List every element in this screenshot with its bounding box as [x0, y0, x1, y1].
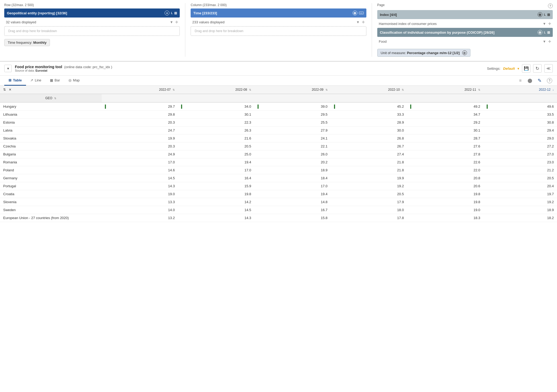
row-drag-drop: Drag and drop here for breakdown: [4, 26, 180, 36]
geo-cell: Portugal: [0, 182, 102, 190]
data-cell: 17.8: [331, 214, 407, 222]
data-cell: 19.2: [331, 182, 407, 190]
row-chip[interactable]: Geopolitical entity (reporting) [32/36] …: [4, 8, 180, 18]
index-plus-icon[interactable]: ⊕: [538, 12, 542, 17]
data-cell: 17.9: [331, 198, 407, 206]
geo-cell: Sweden: [0, 206, 102, 214]
time-col-placeholder: [80, 86, 102, 94]
index-move-icon[interactable]: ✛: [548, 22, 551, 26]
edit-icon[interactable]: ✎: [536, 77, 543, 84]
sort-updown-icon[interactable]: ⇅: [3, 88, 6, 92]
data-cell: 19.7: [483, 190, 557, 198]
coicop-grid-icon: ⊞: [547, 31, 550, 34]
toolbar-title: Food price monitoring tool (online data …: [15, 65, 112, 69]
toolbar-subtitle: Source of data: Eurostat: [15, 69, 112, 72]
data-cell: 18.0: [331, 206, 407, 214]
coicop-l-icon: L: [544, 31, 546, 34]
unit-measure-area: Unit of measure: Percentage change m/m-1…: [377, 46, 553, 57]
table-help-icon[interactable]: ?: [545, 77, 553, 84]
table-tab-label: Table: [13, 78, 22, 82]
col-chip[interactable]: Time [233/233] ⊕ —: [191, 8, 366, 18]
data-cell: 27.4: [331, 150, 407, 158]
coicop-chip-text: Classification of individual consumption…: [380, 31, 538, 34]
filter-icon[interactable]: ≡: [517, 77, 524, 84]
data-cell: 16.4: [178, 174, 254, 182]
toolbar-right: Settings: Default ▾ 💾 ↻ ≪: [487, 64, 553, 73]
data-cell: 15.9: [178, 182, 254, 190]
row-dropdown-icon[interactable]: ▼: [170, 20, 173, 24]
data-cell: 26.8: [331, 134, 407, 142]
data-cell: 18.9: [483, 206, 557, 214]
geo-cell: Slovenia: [0, 198, 102, 206]
col-move-icon[interactable]: ✛: [362, 20, 365, 24]
eraser-icon[interactable]: ⬤: [526, 77, 534, 84]
row-plus-icon[interactable]: +: [165, 11, 169, 15]
share-button[interactable]: ≪: [544, 64, 553, 73]
sort-clear-icon[interactable]: ✕: [9, 88, 11, 92]
col-label: Column (233/max. 2 000): [191, 3, 366, 7]
time-freq-area: Time frequency: Monthly: [4, 36, 180, 46]
blank-col-2: [178, 94, 254, 102]
row-value-icons: ▼ ✛: [170, 20, 178, 24]
index-dropdown-icon[interactable]: ▼: [543, 22, 546, 26]
sort-controls-cell: ⇅ ✕: [0, 86, 80, 94]
data-table-wrapper: ⇅ ✕ 2022-07 ⇅ 2022-08 ⇅ 2022-09 ⇅ 2022-1…: [0, 86, 557, 222]
table-row: Slovakia19.921.624.126.828.729.0: [0, 134, 557, 142]
data-cell: 29.0: [483, 134, 557, 142]
refresh-button[interactable]: ↻: [533, 64, 542, 73]
table-row: Sweden14.014.516.718.019.018.9: [0, 206, 557, 214]
col-2022-09[interactable]: 2022-09 ⇅: [254, 86, 331, 94]
col-chip-text: Time [233/233]: [193, 11, 352, 15]
blank-col-3: [254, 94, 331, 102]
index-values-row: Harmonised index of consumer prices ▼ ✛: [377, 21, 553, 27]
tab-map[interactable]: ◎ Map: [64, 76, 84, 86]
unit-measure-badge: Unit of measure: Percentage change m/m-1…: [377, 49, 470, 57]
col-filter-col: Column (233/max. 2 000) Time [233/233] ⊕…: [185, 3, 371, 57]
tab-bar[interactable]: ▦ Bar: [46, 76, 64, 86]
data-cell: 20.3: [102, 119, 178, 127]
table-row: Estonia20.322.325.528.929.230.8: [0, 119, 557, 127]
toolbar-code: (online data code: prc_fsc_idx ): [64, 65, 112, 69]
col-2022-11[interactable]: 2022-11 ⇅: [407, 86, 483, 94]
tab-table[interactable]: ⊞ Table: [4, 76, 26, 86]
data-cell: 39.0: [254, 102, 331, 111]
geo-header-cell[interactable]: GEO ⇅: [0, 94, 102, 102]
coicop-dropdown-icon[interactable]: ▼: [543, 40, 546, 43]
data-cell: 27.8: [407, 150, 483, 158]
col-minus-icon[interactable]: —: [359, 12, 364, 14]
coicop-plus-icon[interactable]: ⊕: [538, 30, 542, 35]
save-button[interactable]: 💾: [522, 64, 530, 73]
blank-col-1: [102, 94, 178, 102]
data-cell: 13.2: [102, 214, 178, 222]
data-cell: 28.9: [331, 119, 407, 127]
row-filter-col: Row (32/max. 2 500) Geopolitical entity …: [4, 3, 185, 57]
data-cell: 21.8: [331, 158, 407, 166]
collapse-button[interactable]: ▾: [4, 65, 12, 72]
col-2022-10[interactable]: 2022-10 ⇅: [331, 86, 407, 94]
bar-tab-label: Bar: [55, 78, 60, 82]
map-tab-label: Map: [73, 78, 80, 82]
row-move-icon[interactable]: ✛: [175, 20, 178, 24]
page-help-icon[interactable]: ?: [548, 3, 553, 8]
col-2022-08[interactable]: 2022-08 ⇅: [178, 86, 254, 94]
table-row: Czechia20.320.522.126.727.627.2: [0, 142, 557, 150]
settings-default[interactable]: Default: [503, 67, 515, 71]
tab-line[interactable]: ↗ Line: [26, 76, 46, 86]
toolbar-title-area: Food price monitoring tool (online data …: [15, 65, 112, 72]
data-cell: 23.0: [483, 158, 557, 166]
col-dropdown-icon[interactable]: ▼: [356, 20, 360, 24]
col-2022-07[interactable]: 2022-07 ⇅: [102, 86, 178, 94]
data-cell: 14.2: [178, 198, 254, 206]
unit-plus-icon[interactable]: ⊕: [462, 50, 467, 55]
col-2022-12[interactable]: 2022-12 ↓: [483, 86, 557, 94]
bar-tab-icon: ▦: [50, 78, 53, 82]
col-plus-icon[interactable]: ⊕: [353, 11, 357, 15]
data-cell: 22.0: [407, 166, 483, 174]
data-cell: 34.7: [407, 111, 483, 119]
index-chip-icons: ⊕ L ⊞: [538, 12, 550, 17]
data-cell: 13.3: [102, 198, 178, 206]
settings-dropdown-icon[interactable]: ▾: [517, 67, 519, 71]
index-chip[interactable]: Index [4/4] ⊕ L ⊞: [377, 10, 553, 19]
coicop-move-icon[interactable]: ✛: [548, 40, 551, 43]
coicop-chip[interactable]: Classification of individual consumption…: [377, 28, 553, 37]
